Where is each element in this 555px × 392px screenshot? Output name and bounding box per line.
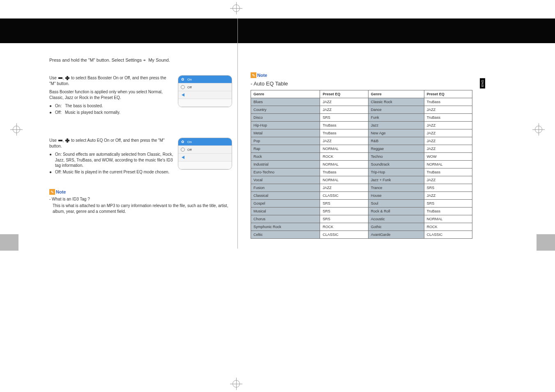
device-mockup-1: ✿On Off	[178, 75, 232, 107]
cell-genre: Gothic	[368, 223, 424, 231]
bullet-dot-icon: ●	[49, 152, 52, 168]
minus-icon	[58, 77, 62, 79]
cell-genre: House	[368, 192, 424, 200]
table-header-row: Genre Preset EQ Genre Preset EQ	[251, 90, 472, 98]
text-pre: Use	[49, 76, 58, 80]
device-row-blank	[178, 161, 232, 169]
cell-eq: WOW	[424, 153, 472, 161]
device-label-on: On	[187, 140, 192, 144]
note-label: Note	[257, 73, 267, 78]
cell-genre: Celtic	[251, 231, 320, 239]
table-row: GospelSRSSoulSRS	[251, 200, 472, 208]
table-row: FusionJAZZTranceSRS	[251, 184, 472, 192]
cell-eq: JAZZ	[320, 184, 368, 192]
th-preset: Preset EQ	[320, 90, 368, 98]
cell-eq: TruBass	[320, 168, 368, 176]
table-row: MetalTruBassNew AgeJAZZ	[251, 129, 472, 137]
intro-part2: My Sound.	[148, 58, 170, 62]
table-row: ClassicalCLASSICHouseJAZZ	[251, 192, 472, 200]
cell-genre: Metal	[251, 129, 320, 137]
minus-icon	[58, 140, 62, 141]
auto-eq-table: Genre Preset EQ Genre Preset EQ BluesJAZ…	[251, 90, 472, 239]
cell-eq: SRS	[424, 200, 472, 208]
device-row-back	[178, 154, 232, 161]
right-page: ✎ Note - Auto EQ Table Genre Preset EQ G…	[251, 72, 481, 239]
cell-genre: Techno	[368, 153, 424, 161]
device-mockup-2: ✿On Off	[178, 138, 232, 170]
bullet-on-text: The bass is boosted.	[65, 103, 103, 109]
crop-mark-right	[532, 123, 545, 136]
cell-eq: CLASSIC	[320, 231, 368, 239]
table-row: Hip-HopTruBassJazzJAZZ	[251, 122, 472, 129]
cell-eq: SRS	[424, 184, 472, 192]
cell-genre: Industrial	[251, 161, 320, 168]
cell-eq: NORMAL	[424, 215, 472, 223]
cell-eq: NORMAL	[320, 145, 368, 153]
speaker-icon	[181, 85, 185, 89]
cell-eq: NORMAL	[424, 161, 472, 168]
crop-mark-bottom	[230, 378, 242, 390]
table-row: MusicalSRSRock & RollTruBass	[251, 208, 472, 215]
bullet-off-text: Music file is played in the current Pres…	[63, 170, 170, 174]
cell-genre: Reggae	[368, 145, 424, 153]
cell-genre: Musical	[251, 208, 320, 215]
bullet-off: ● Off: Music file is played in the curre…	[49, 169, 177, 175]
bullet-on: ● On: The bass is boosted.	[49, 103, 177, 109]
device-label-off: Off	[187, 148, 192, 152]
cell-eq: TruBass	[424, 208, 472, 215]
bullet-on-label: On:	[55, 103, 62, 109]
bullet-on: ● On: Sound effects are automatically se…	[49, 152, 177, 168]
cell-genre: Gospel	[251, 200, 320, 208]
device-row-blank	[178, 99, 232, 107]
cell-genre: Jazz + Funk	[368, 176, 424, 184]
cell-genre: Trance	[368, 184, 424, 192]
note-label: Note	[56, 189, 66, 194]
cell-genre: New Age	[368, 129, 424, 137]
header-blackbar	[0, 18, 555, 43]
th-genre: Genre	[251, 90, 320, 98]
cell-genre: Soundtrack	[368, 161, 424, 168]
cell-eq: JAZZ	[320, 98, 368, 106]
cell-genre: Pop	[251, 137, 320, 145]
bullet-off-label: Off:	[55, 170, 62, 174]
bullet-dot-icon: ●	[49, 110, 52, 115]
cell-genre: Disco	[251, 114, 320, 122]
device-row-on: ✿On	[178, 138, 232, 146]
gear-icon: ✿	[181, 140, 185, 144]
device-label-off: Off	[187, 85, 192, 89]
cell-genre: Country	[251, 106, 320, 114]
bullet-on-label: On:	[55, 152, 62, 157]
th-preset: Preset EQ	[424, 90, 472, 98]
cell-eq: TruBass	[320, 129, 368, 137]
note-badge: ✎ Note	[49, 189, 66, 195]
note-block-left: ✎ Note - What is an ID3 Tag ? This is wh…	[49, 189, 230, 214]
cell-eq: ROCK	[424, 223, 472, 231]
bullet-on-text: Sound effects are automatically selected…	[55, 152, 173, 168]
cell-eq: JAZZ	[424, 192, 472, 200]
note-badge: ✎ Note	[251, 72, 267, 78]
table-row: RapNORMALReggaeJAZZ	[251, 145, 472, 153]
table-row: IndustrialNORMALSoundtrackNORMAL	[251, 161, 472, 168]
cell-eq: JAZZ	[424, 122, 472, 129]
device-row-off: Off	[178, 83, 232, 91]
bullet-off-text: Music is played back normally.	[65, 110, 120, 115]
cell-genre: R&B	[368, 137, 424, 145]
left-page: Press and hold the "M" button. Select Se…	[49, 58, 230, 215]
cell-eq: TruBass	[320, 122, 368, 129]
th-genre: Genre	[368, 90, 424, 98]
cell-eq: NORMAL	[320, 176, 368, 184]
table-row: CountryJAZZDanceJAZZ	[251, 106, 472, 114]
cell-genre: Rock	[251, 153, 320, 161]
speaker-icon	[181, 148, 185, 152]
cell-eq: ROCK	[320, 153, 368, 161]
cell-genre: Euro-Techno	[251, 168, 320, 176]
table-row: DiscoSRSFunkTruBass	[251, 114, 472, 122]
margin-block-right	[537, 234, 555, 251]
auto-eq-instruction: Use , to select Auto EQ On or Off, and t…	[49, 138, 173, 149]
cell-genre: Vocal	[251, 176, 320, 184]
cell-eq: ROCK	[320, 223, 368, 231]
pencil-icon: ✎	[49, 189, 55, 195]
bass-booster-instruction: Use , to select Bass Booster On or Off, …	[49, 75, 173, 87]
bullet-dot-icon: ●	[49, 169, 52, 175]
crop-mark-top	[230, 2, 242, 14]
